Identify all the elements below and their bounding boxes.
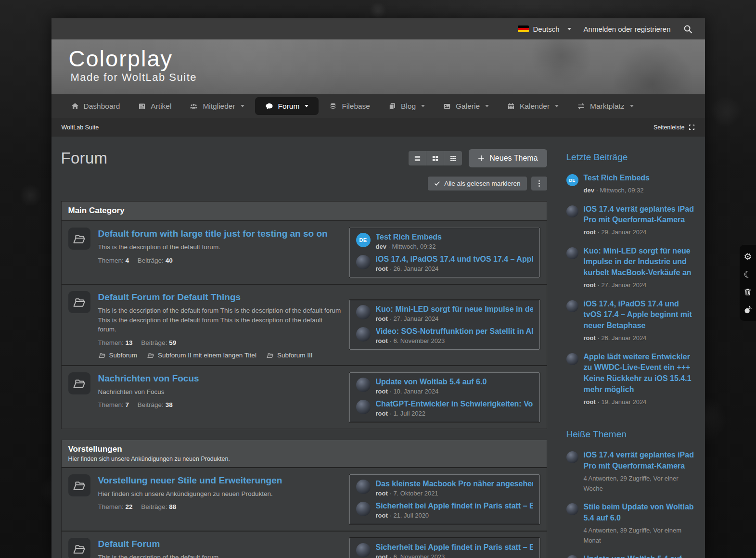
latest-post-item[interactable]: Kuo: Mini-LED sorgt für neue Impulse in … [356, 305, 533, 322]
nav-item-mitglieder[interactable]: Mitglieder [180, 94, 253, 118]
language-selector[interactable]: Deutsch [518, 25, 571, 33]
latest-post-item[interactable]: ChatGPT-Entwickler in Schwierigkeiten: V… [356, 400, 533, 417]
latest-post-item[interactable]: iOS 17.4, iPadOS 17.4 und tvOS 17.4 – Ap… [356, 255, 533, 272]
post-author[interactable]: dev [584, 187, 594, 194]
latest-post-item[interactable]: DE Test Rich Embeds dev · Mittwoch, 09:3… [356, 233, 533, 250]
subforum-link[interactable]: Subforum II mit einem langen Titel [147, 352, 256, 359]
trash-icon[interactable] [743, 287, 753, 297]
recent-post-item[interactable]: Kuo: Mini-LED sorgt für neue Impulse in … [566, 246, 694, 291]
post-author[interactable]: root [376, 388, 388, 395]
nav-item-blog[interactable]: Blog [379, 94, 434, 118]
subforum-link[interactable]: Subforum [98, 352, 138, 359]
post-title-link[interactable]: Sicherheit bei Apple findet in Paris sta… [376, 543, 533, 552]
subforum-link[interactable]: Subforum III [266, 352, 313, 359]
latest-post-item[interactable]: Update von Woltlab 5.4 auf 6.0 root · 10… [356, 378, 533, 395]
latest-post-item[interactable]: Sicherheit bei Apple findet in Paris sta… [356, 502, 533, 519]
avatar[interactable] [356, 502, 371, 516]
topic-title-link[interactable]: Update von Woltlab 5.4 auf 6.0 [584, 554, 694, 558]
latest-post-item[interactable]: Video: SOS-Notruffunktion per Satellit i… [356, 327, 533, 344]
forum-title-link[interactable]: Nachrichten von Focus [98, 373, 199, 384]
topic-title-link[interactable]: Stile beim Update von Woltlab 5.4 auf 6.… [584, 502, 694, 523]
view-compact-grid-button[interactable] [444, 151, 462, 165]
avatar[interactable] [566, 300, 578, 312]
post-title-link[interactable]: Kuo: Mini-LED sorgt für neue Impulse in … [376, 305, 533, 314]
forum-title-link[interactable]: Vorstellung neuer Stile und Erweiterunge… [98, 475, 282, 486]
post-author[interactable]: root [584, 398, 596, 406]
more-options-button[interactable] [531, 177, 547, 190]
nav-item-forum[interactable]: Forum [255, 97, 319, 115]
post-title-link[interactable]: Video: SOS-Notruffunktion per Satellit i… [376, 327, 533, 336]
post-title-link[interactable]: iOS 17.4, iPadOS 17.4 und tvOS 17.4 – Ap… [376, 255, 533, 264]
recent-post-item[interactable]: iOS 17.4 verrät geplantes iPad Pro mit Q… [566, 204, 694, 238]
view-list-button[interactable] [409, 151, 426, 165]
post-author[interactable]: root [584, 334, 596, 342]
view-grid-button[interactable] [426, 151, 444, 165]
avatar[interactable] [356, 327, 371, 342]
post-author[interactable]: root [376, 553, 388, 558]
search-icon[interactable] [683, 25, 692, 34]
nav-item-filebase[interactable]: Filebase [320, 94, 379, 118]
post-title-link[interactable]: Test Rich Embeds [376, 233, 533, 241]
avatar[interactable] [566, 555, 578, 558]
avatar[interactable] [356, 543, 371, 558]
avatar[interactable]: DE [566, 174, 578, 186]
hot-topic-item[interactable]: Update von Woltlab 5.4 auf 6.0 4 Antwort… [566, 554, 694, 558]
avatar[interactable] [356, 255, 371, 269]
post-author[interactable]: root [584, 228, 596, 236]
recent-post-item[interactable]: DE Test Rich Embeds dev · Mittwoch, 09:3… [566, 173, 694, 196]
nav-item-kalender[interactable]: Kalender [498, 94, 568, 118]
post-title-link[interactable]: Test Rich Embeds [584, 173, 650, 184]
nav-item-marktplatz[interactable]: Marktplatz [568, 94, 643, 118]
post-author[interactable]: root [376, 315, 388, 322]
nav-item-dashboard[interactable]: Dashboard [62, 94, 129, 118]
avatar[interactable] [566, 451, 578, 463]
post-title-link[interactable]: ChatGPT-Entwickler in Schwierigkeiten: V… [376, 400, 533, 408]
post-title-link[interactable]: Das kleinste Macbook Pro näher angesehen [376, 480, 533, 488]
post-title-link[interactable]: iOS 17.4 verrät geplantes iPad Pro mit Q… [584, 204, 694, 226]
latest-post-item[interactable]: Das kleinste Macbook Pro näher angesehen… [356, 480, 533, 497]
post-title-link[interactable]: Apple lädt weitere Entwickler zu WWDC-Li… [584, 352, 694, 395]
post-title-link[interactable]: iOS 17.4, iPadOS 17.4 und tvOS 17.4 – Ap… [584, 299, 694, 331]
post-author[interactable]: root [376, 265, 388, 272]
avatar[interactable] [566, 503, 578, 515]
breadcrumb[interactable]: WoltLab Suite [62, 124, 99, 131]
category-header[interactable]: Main Category [62, 202, 547, 220]
forum-title-link[interactable]: Default Forum [98, 539, 160, 549]
site-logo[interactable]: Colorplay [69, 46, 705, 71]
dark-mode-moon-icon[interactable]: ☾ [743, 269, 753, 279]
post-author[interactable]: root [376, 490, 388, 497]
avatar[interactable] [566, 247, 578, 259]
nav-item-galerie[interactable]: Galerie [434, 94, 498, 118]
post-author[interactable]: root [376, 512, 388, 519]
new-topic-button[interactable]: Neues Thema [469, 149, 547, 167]
post-author[interactable]: dev [376, 243, 386, 250]
post-author[interactable]: root [376, 410, 388, 417]
hot-topic-item[interactable]: Stile beim Update von Woltlab 5.4 auf 6.… [566, 502, 694, 545]
latest-post-item[interactable]: Sicherheit bei Apple findet in Paris sta… [356, 543, 533, 558]
forum-title-link[interactable]: Default forum with large title just for … [98, 228, 328, 239]
recent-post-item[interactable]: iOS 17.4, iPadOS 17.4 und tvOS 17.4 – Ap… [566, 299, 694, 343]
post-author[interactable]: root [584, 281, 596, 289]
category-header[interactable]: Vorstellungen Hier finden sich unsere An… [62, 440, 547, 467]
post-title-link[interactable]: Kuo: Mini-LED sorgt für neue Impulse in … [584, 246, 694, 279]
login-register-link[interactable]: Anmelden oder registrieren [584, 25, 671, 33]
avatar[interactable] [356, 305, 371, 319]
post-title-link[interactable]: Sicherheit bei Apple findet in Paris sta… [376, 502, 533, 510]
sidebar-toggle-button[interactable]: Seitenleiste [653, 124, 695, 131]
hot-topic-item[interactable]: iOS 17.4 verrät geplantes iPad Pro mit Q… [566, 450, 694, 494]
mark-all-read-button[interactable]: Alle als gelesen markieren [428, 177, 526, 190]
avatar[interactable] [566, 353, 578, 365]
nav-item-artikel[interactable]: Artikel [129, 94, 180, 118]
avatar[interactable]: DE [356, 233, 371, 247]
settings-gear-icon[interactable]: ⚙ [743, 251, 753, 262]
bomb-icon[interactable] [743, 304, 753, 315]
post-author[interactable]: root [376, 337, 388, 344]
recent-post-item[interactable]: Apple lädt weitere Entwickler zu WWDC-Li… [566, 352, 694, 407]
avatar[interactable] [566, 205, 578, 217]
avatar[interactable] [356, 400, 371, 414]
forum-title-link[interactable]: Default Forum for Default Things [98, 292, 241, 303]
topic-title-link[interactable]: iOS 17.4 verrät geplantes iPad Pro mit Q… [584, 450, 694, 471]
avatar[interactable] [356, 378, 371, 392]
post-title-link[interactable]: Update von Woltlab 5.4 auf 6.0 [376, 378, 533, 386]
avatar[interactable] [356, 480, 371, 494]
